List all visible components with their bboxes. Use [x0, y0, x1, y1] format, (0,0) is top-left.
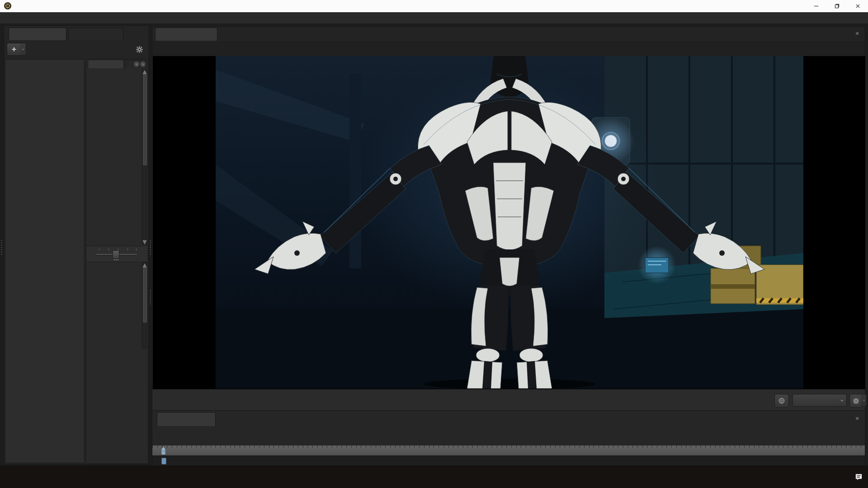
viewport-panel: ✕ — [152, 26, 865, 410]
viewport-close-icon[interactable]: ✕ — [854, 30, 860, 37]
menu-bar — [0, 12, 868, 23]
maximize-button[interactable] — [826, 0, 847, 12]
windows-taskbar — [0, 465, 868, 488]
action-center-icon[interactable] — [849, 465, 868, 488]
viewport-header — [152, 41, 865, 56]
tab-animation-set-editor[interactable] — [9, 28, 66, 40]
close-button[interactable] — [847, 0, 868, 12]
playhead-grip[interactable] — [161, 458, 166, 465]
viewport-settings-button[interactable] — [849, 394, 862, 408]
timeline-panel: ✕ — [152, 410, 865, 465]
add-animation-set-button[interactable] — [7, 43, 21, 56]
camera-selector[interactable] — [793, 394, 847, 407]
tab-scroll-right-icon[interactable] — [140, 61, 146, 67]
dock-grip[interactable] — [1, 239, 2, 255]
timeline-toolbar — [152, 427, 865, 445]
splitter-grip[interactable] — [150, 239, 151, 255]
tab-timeline[interactable] — [157, 412, 216, 426]
timeline-bottom-strip — [152, 455, 865, 466]
timeline-close-icon[interactable]: ✕ — [854, 415, 860, 422]
sfm-logo-icon — [4, 2, 12, 10]
splitter-grip-2[interactable] — [150, 289, 151, 305]
tab-scroll-left-icon[interactable] — [133, 61, 140, 67]
minimize-button[interactable] — [806, 0, 826, 12]
shot-overlay — [152, 41, 865, 42]
title-bar — [0, 0, 868, 13]
panel-gear-icon[interactable] — [136, 46, 143, 53]
tab-primary-viewport[interactable] — [155, 28, 217, 41]
slider-handle[interactable] — [113, 250, 119, 259]
taskbar-tray — [808, 465, 868, 488]
panel-close-icon[interactable] — [139, 30, 145, 37]
animation-set-tree — [5, 59, 85, 463]
viewport-settings-dropdown[interactable] — [861, 394, 867, 407]
procedural-panel: ▲ ▼ ▲ — [86, 59, 148, 464]
timeline-ruler[interactable] — [152, 445, 865, 456]
blend-slider — [86, 246, 147, 262]
tab-procedural[interactable] — [88, 60, 124, 68]
render-scene — [216, 56, 803, 389]
camera-mode-button[interactable] — [774, 394, 789, 408]
add-animation-set-dropdown[interactable] — [20, 43, 26, 56]
render-area[interactable] — [153, 56, 865, 389]
playhead-marker[interactable] — [160, 446, 166, 455]
playback-bar — [152, 389, 865, 410]
tab-element-viewer[interactable] — [68, 28, 123, 40]
property-scrollbar[interactable]: ▲ — [142, 263, 147, 348]
preset-scrollbar[interactable]: ▲ ▼ — [142, 69, 147, 244]
